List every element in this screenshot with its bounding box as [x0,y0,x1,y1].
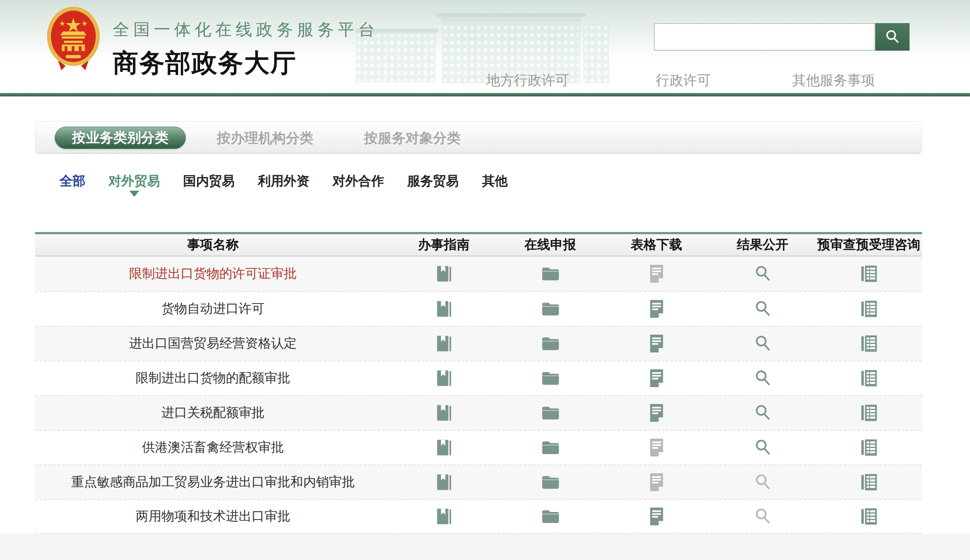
col-form-download: 表格下载 [603,236,709,254]
preview-consult-ledger-icon[interactable] [816,403,922,423]
table-row: 限制进出口货物的许可证审批 [35,256,922,291]
form-download-document-icon [603,264,709,284]
search-input[interactable] [654,23,875,51]
platform-title: 全国一体化在线政务服务平台 [113,19,379,41]
online-apply-folder-icon[interactable] [497,472,603,492]
category-foreign-cooperation[interactable]: 对外合作 [333,171,384,199]
result-public-magnifier-icon[interactable] [709,368,816,388]
col-online-apply: 在线申报 [497,236,603,254]
result-public-magnifier-icon [709,507,816,526]
classification-tabs: 按业务类别分类 按办理机构分类 按服务对象分类 [35,121,922,154]
online-apply-folder-icon[interactable] [497,438,603,457]
tab-by-service-target[interactable]: 按服务对象分类 [364,122,461,154]
guide-book-icon[interactable] [391,507,497,526]
search-icon [884,28,902,46]
online-apply-folder-icon[interactable] [497,507,603,526]
top-navigation: 地方行政许可 行政许可 其他服务事项 [0,71,970,93]
active-category-arrow-icon [129,191,139,197]
form-download-document-icon[interactable] [603,334,709,353]
guide-book-icon[interactable] [391,473,497,492]
table-row: 两用物项和技术进出口审批 [35,499,922,534]
category-foreign-trade[interactable]: 对外贸易 [108,171,160,199]
form-download-document-icon[interactable] [603,507,709,526]
preview-consult-ledger-icon[interactable] [816,368,922,388]
tab-by-agency[interactable]: 按办理机构分类 [217,122,313,154]
table-body: 限制进出口货物的许可证审批 [35,256,922,534]
preview-consult-ledger-icon[interactable] [816,264,922,284]
form-download-document-icon[interactable] [603,368,709,388]
form-download-document-icon [603,472,709,492]
col-preview-consult: 预审查预受理咨询 [816,236,922,254]
guide-book-icon[interactable] [391,334,497,353]
result-public-magnifier-icon[interactable] [709,403,816,423]
preview-consult-ledger-icon[interactable] [816,438,922,457]
main-content: 按业务类别分类 按办理机构分类 按服务对象分类 全部 对外贸易 国内贸易 利用外… [35,121,922,534]
item-name-link[interactable]: 进出口国营贸易经营资格认定 [35,335,391,352]
search-bar [654,23,910,51]
item-name-link[interactable]: 两用物项和技术进出口审批 [35,508,391,525]
result-public-magnifier-icon [709,472,816,492]
guide-book-icon[interactable] [391,300,497,318]
item-name-link[interactable]: 供港澳活畜禽经营权审批 [35,439,391,456]
category-foreign-investment[interactable]: 利用外资 [258,171,309,199]
guide-book-icon[interactable] [391,438,497,457]
guide-book-icon[interactable] [391,369,497,388]
form-download-document-icon[interactable] [603,403,709,423]
category-domestic-trade[interactable]: 国内贸易 [183,171,235,199]
form-download-document-icon [603,438,709,457]
page-header: 全国一体化在线政务服务平台 商务部政务大厅 地方行政许可 行政许可 其他服务事项 [0,0,970,96]
table-row: 货物自动进口许可 [35,291,922,326]
page-footer-strip [0,534,970,560]
header-divider-bar [0,93,970,96]
result-public-magnifier-icon[interactable] [709,299,816,319]
category-service-trade[interactable]: 服务贸易 [407,171,459,199]
category-foreign-trade-label: 对外贸易 [108,174,160,188]
china-national-emblem-icon [46,6,101,72]
item-name-link[interactable]: 重点敏感商品加工贸易业务进出口审批和内销审批 [35,473,391,491]
result-public-magnifier-icon[interactable] [709,438,816,457]
table-row: 供港澳活畜禽经营权审批 [35,430,922,464]
result-public-magnifier-icon[interactable] [709,334,816,353]
category-filter-row: 全部 对外贸易 国内贸易 利用外资 对外合作 服务贸易 其他 [35,171,922,199]
preview-consult-ledger-icon[interactable] [816,507,922,526]
col-item-name: 事项名称 [35,236,391,254]
table-row: 进出口国营贸易经营资格认定 [35,326,922,360]
table-header-row: 事项名称 办事指南 在线申报 表格下载 结果公开 预审查预受理咨询 [35,234,922,256]
guide-book-icon[interactable] [391,264,497,283]
search-button[interactable] [875,23,910,51]
nav-admin-license[interactable]: 行政许可 [656,71,711,90]
category-all[interactable]: 全部 [60,171,85,199]
tab-by-business-type[interactable]: 按业务类别分类 [55,127,186,149]
table-row: 重点敏感商品加工贸易业务进出口审批和内销审批 [35,464,922,499]
category-other[interactable]: 其他 [482,171,508,199]
online-apply-folder-icon[interactable] [497,264,603,284]
item-name-link[interactable]: 限制进出口货物的许可证审批 [35,265,391,283]
form-download-document-icon[interactable] [603,299,709,319]
result-public-magnifier-icon[interactable] [709,264,816,284]
online-apply-folder-icon[interactable] [497,299,603,319]
preview-consult-ledger-icon[interactable] [816,334,922,353]
item-name-link[interactable]: 限制进出口货物的配额审批 [35,369,391,387]
item-name-link[interactable]: 进口关税配额审批 [35,404,391,422]
online-apply-folder-icon[interactable] [497,403,603,423]
items-table: 事项名称 办事指南 在线申报 表格下载 结果公开 预审查预受理咨询 限制进出口货… [35,232,922,534]
preview-consult-ledger-icon[interactable] [816,472,922,492]
nav-other-services[interactable]: 其他服务事项 [792,71,875,90]
table-row: 进口关税配额审批 [35,395,922,430]
col-guide: 办事指南 [391,236,497,254]
nav-local-admin-license[interactable]: 地方行政许可 [486,71,569,90]
guide-book-icon[interactable] [391,404,497,422]
col-result-public: 结果公开 [709,236,816,254]
item-name-link[interactable]: 货物自动进口许可 [35,300,391,318]
online-apply-folder-icon[interactable] [497,368,603,388]
online-apply-folder-icon[interactable] [497,334,603,353]
table-row: 限制进出口货物的配额审批 [35,360,922,395]
preview-consult-ledger-icon[interactable] [816,299,922,319]
